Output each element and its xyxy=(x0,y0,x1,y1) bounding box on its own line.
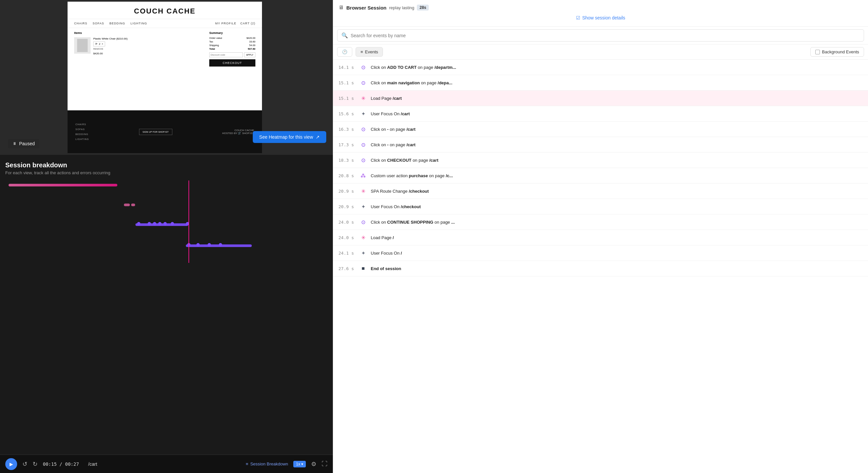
checkout-btn[interactable]: CHECKOUT xyxy=(209,59,255,66)
load-icon: ✳ xyxy=(360,234,367,241)
show-details-btn[interactable]: ☑ Show session details xyxy=(338,14,863,23)
play-btn[interactable]: ▶ xyxy=(5,458,17,470)
search-input[interactable] xyxy=(351,33,860,38)
event-time: 16.3 s xyxy=(338,127,355,132)
external-link-icon: ↗ xyxy=(316,134,320,140)
controls-bar: ▶ ↺ ↻ 00:15 / 00:27 /cart ≡ Session Brea… xyxy=(0,454,333,473)
event-text: Load Page /cart xyxy=(371,96,863,101)
event-text: End of session xyxy=(371,266,863,271)
rewind-btn[interactable]: ↺ xyxy=(23,461,27,468)
event-time: 15.1 s xyxy=(338,96,355,101)
event-text: User Focus On /cart xyxy=(371,111,863,116)
cart-item-details: Plastic White Chair ($210.00) ⟳ 2 + REMO… xyxy=(93,37,127,55)
event-item[interactable]: 20.8 s ⁂ Custom user action purchase on … xyxy=(333,168,868,184)
timeline-row-5 xyxy=(5,223,328,232)
event-text: Load Page / xyxy=(371,235,863,240)
details-icon: ☑ xyxy=(576,15,580,21)
event-item[interactable]: 16.3 s ⊙ Click on - on page /cart xyxy=(333,122,868,137)
browser-session-label: Browser Session xyxy=(346,5,386,10)
speed-selector[interactable]: 1x ▾ xyxy=(293,461,306,467)
click-icon: ⊙ xyxy=(360,64,367,71)
event-time: 15.6 s xyxy=(338,111,355,116)
footer-link-bedding: BEDDING xyxy=(75,133,89,135)
chevron-down-icon: ▾ xyxy=(301,462,303,466)
custom-icon: ⁂ xyxy=(360,172,367,179)
clock-filter-btn[interactable]: 🕐 xyxy=(337,47,352,57)
duration-badge: 28s xyxy=(417,5,429,10)
event-time: 20.9 s xyxy=(338,189,355,194)
session-breakdown-title: Session breakdown xyxy=(5,161,328,169)
dot-9 xyxy=(196,243,200,246)
events-filter-btn[interactable]: ≡ Events xyxy=(355,47,383,57)
events-list: 14.1 s ⊙ Click on ADD TO CART on page /d… xyxy=(333,60,868,473)
cart-item-name: Plastic White Chair ($210.00) xyxy=(93,37,127,40)
event-text: User Focus On /checkout xyxy=(371,204,863,209)
fullscreen-btn[interactable]: ⛶ xyxy=(322,461,328,467)
timeline-row-1 xyxy=(5,181,328,190)
load-icon: ✳ xyxy=(360,95,367,102)
monitor-icon: 🖥 xyxy=(338,5,344,10)
browser-session-row: 🖥 Browser Session replay lasting 28s xyxy=(338,5,863,10)
checkbox-icon xyxy=(815,50,820,54)
speed-value: 1x xyxy=(296,462,300,466)
filter-row: 🕐 ≡ Events Background Events xyxy=(333,44,868,60)
show-details-label: Show session details xyxy=(582,15,625,21)
event-item[interactable]: 14.1 s ⊙ Click on ADD TO CART on page /d… xyxy=(333,60,868,75)
nav-cart: CART (2) xyxy=(240,22,255,25)
qty-plus: + xyxy=(101,42,103,45)
event-time: 24.0 s xyxy=(338,220,355,225)
order-value: $420.00 xyxy=(247,37,255,39)
event-item[interactable]: 24.0 s ⊙ Click on CONTINUE SHOPPING on p… xyxy=(333,214,868,230)
route-display: /cart xyxy=(88,462,97,467)
cart-qty: ⟳ 2 + xyxy=(93,41,105,46)
dot-10 xyxy=(208,243,211,246)
time-total: 00:27 xyxy=(65,462,79,467)
event-item[interactable]: 17.3 s ⊙ Click on - on page /cart xyxy=(333,137,868,153)
summary-label: Summary xyxy=(209,31,255,35)
dot-11 xyxy=(219,243,222,246)
event-text: SPA Route Change /checkout xyxy=(371,189,863,194)
forward-btn[interactable]: ↻ xyxy=(33,461,37,468)
qty-value: 2 xyxy=(99,42,100,45)
session-breakdown-btn[interactable]: ≡ Session Breakdown xyxy=(246,462,288,466)
footer-link-sofas: SOFAS xyxy=(75,128,89,130)
event-text: Click on CHECKOUT on page /cart xyxy=(371,158,863,163)
event-item-highlighted[interactable]: 15.1 s ✳ Load Page /cart xyxy=(333,91,868,106)
event-item[interactable]: 20.9 s ✦ User Focus On /checkout xyxy=(333,199,868,214)
checkout-content: Items Plastic White Chair ($210.00) ⟳ 2 … xyxy=(67,28,262,70)
event-time: 27.6 s xyxy=(338,266,355,271)
spa-icon: ✳ xyxy=(360,187,367,195)
footer-links: CHAIRS SOFAS BEDDING LIGHTING xyxy=(75,123,89,140)
discount-row: APPLY xyxy=(209,52,255,57)
time-current: 00:15 xyxy=(43,462,57,467)
footer-signup-btn[interactable]: SIGN UP FOR SHOP.IST xyxy=(139,129,172,135)
bg-events-btn[interactable]: Background Events xyxy=(810,47,864,57)
event-item[interactable]: 20.9 s ✳ SPA Route Change /checkout xyxy=(333,184,868,199)
focus-icon: ✦ xyxy=(360,249,367,257)
event-item[interactable]: 15.6 s ✦ User Focus On /cart xyxy=(333,106,868,122)
timeline-bar-pink-1 xyxy=(8,184,117,186)
event-item[interactable]: 18.3 s ⊙ Click on CHECKOUT on page /cart xyxy=(333,153,868,168)
search-input-wrap: 🔍 xyxy=(337,29,864,41)
event-item[interactable]: 24.0 s ✳ Load Page / xyxy=(333,230,868,245)
nav-sofas: SOFAS xyxy=(93,22,104,25)
event-item[interactable]: 24.1 s ✦ User Focus On / xyxy=(333,245,868,261)
shipping-value: 54.00 xyxy=(249,44,255,47)
event-text: Click on - on page /cart xyxy=(371,127,863,132)
nav-bedding: BEDDING xyxy=(110,22,125,25)
settings-btn[interactable]: ⚙ xyxy=(311,461,316,468)
order-value-row: Order value $420.00 xyxy=(209,37,255,39)
remove-btn[interactable]: REMOVE xyxy=(93,48,127,50)
discount-input[interactable] xyxy=(209,52,243,57)
heatmap-btn[interactable]: See Heatmap for this view ↗ xyxy=(253,131,326,143)
replay-label: replay lasting xyxy=(389,5,414,10)
timeline-row-4 xyxy=(5,212,328,221)
event-item[interactable]: 15.1 s ⊙ Click on main navigation on pag… xyxy=(333,75,868,91)
event-item[interactable]: 27.6 s ■ End of session xyxy=(333,261,868,276)
event-text: User Focus On / xyxy=(371,251,863,256)
chair-image xyxy=(77,39,88,52)
apply-btn[interactable]: APPLY xyxy=(244,52,255,57)
replay-area: COUCH CACHE CHAIRS SOFAS BEDDING LIGHTIN… xyxy=(0,0,333,155)
order-value-label: Order value xyxy=(209,37,222,39)
clock-icon: 🕐 xyxy=(342,50,347,54)
